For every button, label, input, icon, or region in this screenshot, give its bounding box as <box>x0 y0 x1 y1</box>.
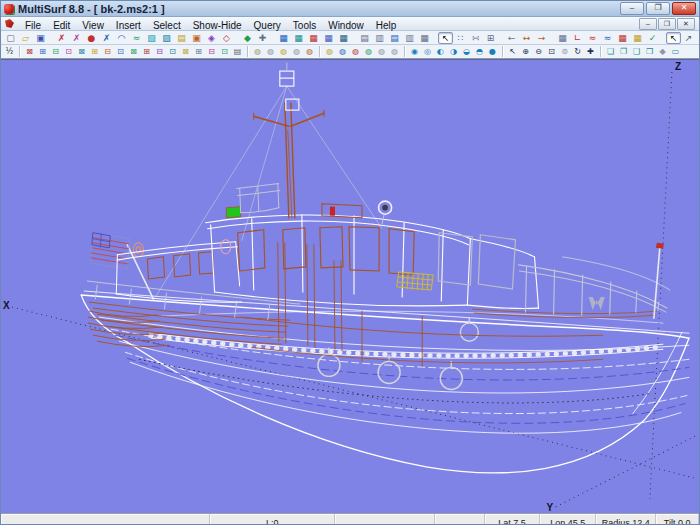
layer-new-icon[interactable]: ❏ <box>604 46 617 58</box>
measure-pointer-icon[interactable]: ↤ <box>696 32 700 44</box>
magnet-icon[interactable]: ✗ <box>99 32 114 44</box>
select-parents-icon[interactable]: ▤ <box>357 32 372 44</box>
composite-icon[interactable]: ◈ <box>204 32 219 44</box>
render-view-icon[interactable]: ▦ <box>306 32 321 44</box>
offsets-icon[interactable]: ▦ <box>555 32 570 44</box>
ring-icon[interactable]: ● <box>84 32 99 44</box>
invert-selection-icon[interactable]: ▦ <box>417 32 432 44</box>
zoom-in-icon[interactable]: ⊕ <box>519 46 532 58</box>
show-points-icon[interactable]: ◍ <box>349 46 362 58</box>
vis-snakes-icon[interactable]: ⊡ <box>62 46 75 58</box>
show-children-icon[interactable]: ◍ <box>336 46 349 58</box>
layer-lock-icon[interactable]: ◆ <box>656 46 669 58</box>
nudge-right-icon[interactable]: → <box>534 32 549 44</box>
bead-icon[interactable]: ✗ <box>69 32 84 44</box>
vis-normals-icon[interactable]: ⊠ <box>179 46 192 58</box>
layer-current-icon[interactable]: ❑ <box>630 46 643 58</box>
vis-tangents-icon[interactable]: ⊡ <box>166 46 179 58</box>
pan-icon[interactable]: ✚ <box>584 46 597 58</box>
wireframe-view-icon[interactable]: ▦ <box>276 32 291 44</box>
deselect-all-icon[interactable]: ▥ <box>402 32 417 44</box>
vis-contours-icon[interactable]: ⊞ <box>88 46 101 58</box>
layer-manage-icon[interactable]: ❒ <box>643 46 656 58</box>
half-parameter-icon[interactable]: ½ <box>3 46 16 58</box>
view-perspective-icon[interactable]: ● <box>486 46 499 58</box>
check-model-icon[interactable]: ✓ <box>645 32 660 44</box>
menu-view[interactable]: View <box>76 20 110 31</box>
hide-curves-icon[interactable]: ◍ <box>388 46 401 58</box>
show-parents-icon[interactable]: ◍ <box>323 46 336 58</box>
open-file-icon[interactable]: ▱ <box>18 32 33 44</box>
print-icon[interactable]: ▤ <box>231 46 244 58</box>
vis-knots-icon[interactable]: ⊟ <box>101 46 114 58</box>
solid-icon[interactable]: ▣ <box>189 32 204 44</box>
curvature-icon[interactable]: ≈ <box>585 32 600 44</box>
snake-icon[interactable]: ≈ <box>129 32 144 44</box>
menu-edit[interactable]: Edit <box>47 20 76 31</box>
quick-point-icon[interactable]: ✚ <box>255 32 270 44</box>
curve-icon[interactable]: ◠ <box>114 32 129 44</box>
menu-tools[interactable]: Tools <box>287 20 322 31</box>
view-plan-icon[interactable]: ◐ <box>434 46 447 58</box>
contours-icon[interactable]: ▤ <box>174 32 189 44</box>
plan-view-icon[interactable]: ▦ <box>321 32 336 44</box>
offsets-table-icon[interactable]: ▦ <box>630 32 645 44</box>
vis-points-icon[interactable]: ⊠ <box>23 46 36 58</box>
select-set-icon[interactable]: ▤ <box>387 32 402 44</box>
view-profile-icon[interactable]: ◎ <box>421 46 434 58</box>
trimmed-surface-icon[interactable]: ▨ <box>159 32 174 44</box>
rotate-view-icon[interactable]: ↻ <box>571 46 584 58</box>
menu-select[interactable]: Select <box>147 20 187 31</box>
pointer-icon[interactable]: ↖ <box>438 32 453 44</box>
vis-planes-icon[interactable]: ⊠ <box>127 46 140 58</box>
zoom-pointer-icon[interactable]: ↖ <box>506 46 519 58</box>
hide-points-icon[interactable]: ◍ <box>375 46 388 58</box>
restore-button[interactable]: ❐ <box>646 2 670 15</box>
mdi-restore-button[interactable]: ❐ <box>658 18 676 30</box>
weights-icon[interactable]: ▦ <box>615 32 630 44</box>
view-iso-icon[interactable]: ◑ <box>447 46 460 58</box>
vis-solids-icon[interactable]: ⊡ <box>114 46 127 58</box>
body-view-icon[interactable]: ▦ <box>336 32 351 44</box>
swap-visibility-icon[interactable]: ◍ <box>303 46 316 58</box>
mdi-minimize-button[interactable]: – <box>639 18 657 30</box>
velocity-icon[interactable]: ≈ <box>600 32 615 44</box>
menu-query[interactable]: Query <box>248 20 287 31</box>
vis-labels-icon[interactable]: ⊟ <box>153 46 166 58</box>
vis-beads-icon[interactable]: ⊞ <box>36 46 49 58</box>
view-port-icon[interactable]: ◒ <box>460 46 473 58</box>
divisions-icon[interactable]: ∷ <box>453 32 468 44</box>
layer-flatten-icon[interactable]: ▭ <box>669 46 682 58</box>
menu-file[interactable]: File <box>19 20 47 31</box>
point-icon[interactable]: ✗ <box>54 32 69 44</box>
minimize-button[interactable]: – <box>620 2 644 15</box>
menu-window[interactable]: Window <box>322 20 370 31</box>
frame-icon[interactable]: ◇ <box>219 32 234 44</box>
resolution-icon[interactable]: ⊞ <box>483 32 498 44</box>
vis-curves-icon[interactable]: ⊟ <box>49 46 62 58</box>
shaded-view-icon[interactable]: ▦ <box>291 32 306 44</box>
zoom-out-icon[interactable]: ⊖ <box>532 46 545 58</box>
show-selected-icon[interactable]: ◍ <box>277 46 290 58</box>
surface-icon[interactable]: ▧ <box>144 32 159 44</box>
hide-all-icon[interactable]: ◍ <box>264 46 277 58</box>
nudge-left-icon[interactable]: ← <box>504 32 519 44</box>
view-starboard-icon[interactable]: ◓ <box>473 46 486 58</box>
zoom-window-icon[interactable]: ⊡ <box>545 46 558 58</box>
nudge-fit-icon[interactable]: ↔ <box>519 32 534 44</box>
vis-notes-icon[interactable]: ⊡ <box>218 46 231 58</box>
menu-show-hide[interactable]: Show-Hide <box>187 20 248 31</box>
model-viewport[interactable]: X Y Z <box>1 59 699 513</box>
close-button[interactable]: ✕ <box>672 2 696 15</box>
subdivisions-icon[interactable]: ∺ <box>468 32 483 44</box>
new-file-icon[interactable]: ▢ <box>3 32 18 44</box>
show-surfaces-icon[interactable]: ◍ <box>362 46 375 58</box>
menu-insert[interactable]: Insert <box>110 20 147 31</box>
zoom-extents-icon[interactable]: ⊚ <box>558 46 571 58</box>
corner-icon[interactable]: ∟ <box>570 32 585 44</box>
menu-help[interactable]: Help <box>370 20 403 31</box>
vis-surfaces-icon[interactable]: ⊠ <box>75 46 88 58</box>
view-body-icon[interactable]: ◉ <box>408 46 421 58</box>
select-children-icon[interactable]: ▥ <box>372 32 387 44</box>
query-pointer-icon[interactable]: ↗ <box>681 32 696 44</box>
